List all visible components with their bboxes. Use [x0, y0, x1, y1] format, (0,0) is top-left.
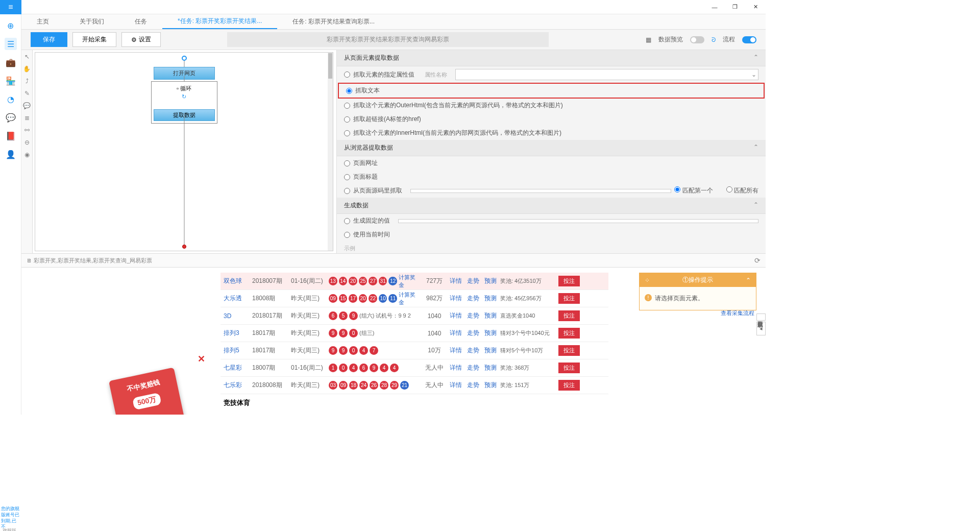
tool-list-icon[interactable]: ≣: [24, 114, 30, 122]
minimize-button[interactable]: —: [704, 0, 725, 14]
match-all-radio[interactable]: [726, 186, 732, 192]
refresh-button[interactable]: ⟳: [754, 256, 761, 264]
side-tab-arrow[interactable]: ◂: [756, 322, 766, 335]
tab-home[interactable]: 主页: [21, 14, 64, 29]
lottery-table: 双色球 2018007期 01-16(周二) 13142025273112计算奖…: [220, 273, 608, 415]
tab-other-task[interactable]: 任务: 彩票开奖结果查询彩票...: [277, 14, 390, 29]
forecast-link[interactable]: 预测: [483, 346, 498, 355]
tool-target-icon[interactable]: ◉: [24, 151, 30, 158]
flow-canvas[interactable]: 打开网页 ▫ 循环 ↻ 提取数据: [35, 52, 333, 251]
flow-toggle[interactable]: [742, 36, 756, 43]
lottery-name[interactable]: 排列5: [224, 346, 250, 355]
trend-link[interactable]: 走势: [465, 346, 481, 355]
title-bar: ≡ — ❐ ✕: [0, 0, 766, 14]
tab-current-task[interactable]: *任务: 彩票开奖彩票开奖结果...: [162, 14, 277, 29]
forecast-link[interactable]: 预测: [483, 329, 498, 337]
lottery-name[interactable]: 七乐彩: [224, 381, 250, 390]
section-page-element[interactable]: 从页面元素提取数据⌃: [337, 50, 766, 66]
tool-minus-icon[interactable]: ⊖: [24, 139, 30, 146]
tool-edit-icon[interactable]: ✎: [24, 90, 30, 97]
lottery-name[interactable]: 3D: [224, 312, 250, 320]
radio-outerhtml[interactable]: 抓取这个元素的OuterHtml(包含当前元素的网页源代码，带格式的文本和图片): [337, 99, 766, 112]
trend-link[interactable]: 走势: [465, 294, 481, 303]
nav-user-icon[interactable]: 👤: [5, 148, 17, 160]
section-generate[interactable]: 生成数据⌃: [337, 198, 766, 214]
promo-card[interactable]: 不中奖赔钱 500万: [109, 368, 184, 415]
canvas-scrollbar[interactable]: [328, 53, 333, 251]
radio-attr[interactable]: 抓取元素的指定属性值属性名称⌄: [337, 66, 766, 83]
fixed-value-input[interactable]: [398, 219, 758, 223]
trend-link[interactable]: 走势: [465, 311, 481, 320]
lottery-name[interactable]: 双色球: [224, 277, 250, 285]
close-button[interactable]: ✕: [745, 0, 766, 14]
tab-tasks[interactable]: 任务: [119, 14, 162, 29]
source-input[interactable]: [410, 189, 671, 193]
nav-store-icon[interactable]: 🏪: [5, 75, 17, 87]
bet-button[interactable]: 投注: [558, 380, 580, 391]
radio-innerhtml[interactable]: 抓取这个元素的InnerHtml(当前元素的内部网页源代码，带格式的文本和图片): [337, 126, 766, 140]
preview-toggle[interactable]: [690, 36, 704, 43]
nav-plus-icon[interactable]: ⊕: [5, 19, 17, 32]
tool-cursor-icon[interactable]: ↖: [24, 53, 30, 60]
radio-text[interactable]: 抓取文本: [338, 83, 765, 99]
page-icon: 🗎: [27, 257, 32, 263]
radio-fixed[interactable]: 生成固定的值: [337, 214, 766, 228]
flow-start-node[interactable]: [182, 56, 187, 61]
bet-button[interactable]: 投注: [558, 310, 580, 321]
detail-link[interactable]: 详情: [448, 381, 463, 390]
match-first-radio[interactable]: [674, 186, 680, 192]
tab-about[interactable]: 关于我们: [64, 14, 119, 29]
bet-button[interactable]: 投注: [558, 345, 580, 356]
trend-link[interactable]: 走势: [465, 364, 481, 372]
trend-link[interactable]: 走势: [465, 381, 481, 390]
settings-button[interactable]: ⚙设置: [121, 32, 161, 47]
tool-tree-icon[interactable]: ⚯: [24, 127, 30, 134]
nav-book-icon[interactable]: 📕: [5, 130, 17, 142]
detail-link[interactable]: 详情: [448, 329, 463, 337]
bet-button[interactable]: 投注: [558, 363, 580, 373]
tool-export-icon[interactable]: ⤴: [26, 78, 29, 85]
bet-button[interactable]: 投注: [558, 276, 580, 286]
maximize-button[interactable]: ❐: [725, 0, 745, 14]
forecast-link[interactable]: 预测: [483, 311, 498, 320]
radio-time[interactable]: 使用当前时间: [337, 228, 766, 242]
trend-link[interactable]: 走势: [465, 329, 481, 337]
section-browser[interactable]: 从浏览器提取数据⌃: [337, 140, 766, 156]
tool-comment-icon[interactable]: 💬: [23, 102, 31, 109]
radio-href[interactable]: 抓取超链接(A标签的href): [337, 112, 766, 126]
lottery-date: 昨天(周三): [291, 346, 327, 355]
start-collect-button[interactable]: 开始采集: [72, 32, 116, 47]
forecast-link[interactable]: 预测: [483, 277, 498, 285]
flow-end-node[interactable]: [182, 245, 186, 249]
detail-link[interactable]: 详情: [448, 311, 463, 320]
nav-chart-icon[interactable]: ◔: [5, 93, 17, 105]
nav-briefcase-icon[interactable]: 💼: [5, 56, 17, 68]
nav-chat-icon[interactable]: 💬: [5, 111, 17, 124]
forecast-link[interactable]: 预测: [483, 364, 498, 372]
detail-link[interactable]: 详情: [448, 294, 463, 303]
radio-url[interactable]: 页面网址: [337, 156, 766, 170]
forecast-link[interactable]: 预测: [483, 294, 498, 303]
promo-close-button[interactable]: ✕: [198, 353, 205, 365]
nav-list-icon[interactable]: ☰: [5, 38, 17, 50]
tool-hand-icon[interactable]: ✋: [23, 65, 31, 73]
detail-link[interactable]: 详情: [448, 364, 463, 372]
forecast-link[interactable]: 预测: [483, 381, 498, 390]
trend-link[interactable]: 走势: [465, 277, 481, 285]
radio-title[interactable]: 页面标题: [337, 170, 766, 184]
detail-link[interactable]: 详情: [448, 346, 463, 355]
detail-link[interactable]: 详情: [448, 277, 463, 285]
tip-drag-icon[interactable]: ⁘: [645, 277, 650, 284]
attr-name-input[interactable]: ⌄: [455, 69, 758, 80]
lottery-name[interactable]: 大乐透: [224, 294, 250, 303]
side-tab-info[interactable]: 获取开奖信息: [756, 313, 766, 321]
lottery-name[interactable]: 七星彩: [224, 364, 250, 372]
lottery-name[interactable]: 排列3: [224, 329, 250, 337]
menu-button[interactable]: ≡: [0, 0, 21, 14]
radio-source[interactable]: 从页面源码里抓取 匹配第一个 匹配所有: [337, 184, 766, 198]
tip-collapse-icon[interactable]: ⌃: [746, 277, 751, 284]
save-button[interactable]: 保存: [31, 32, 67, 47]
view-flow-link[interactable]: 查看采集流程: [721, 309, 754, 317]
bet-button[interactable]: 投注: [558, 328, 580, 339]
bet-button[interactable]: 投注: [558, 293, 580, 304]
